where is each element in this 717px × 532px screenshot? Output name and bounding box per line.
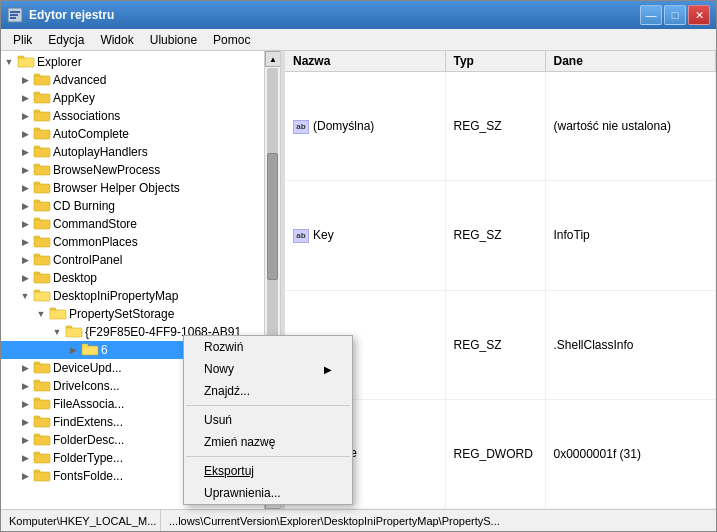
svg-rect-45 xyxy=(34,418,50,427)
reg-data-cell: InfoTip xyxy=(545,181,716,290)
folder-icon xyxy=(17,54,35,70)
registry-icon xyxy=(7,7,23,23)
tree-item-label: 6 xyxy=(101,343,108,357)
folder-icon xyxy=(33,126,51,142)
folder-icon xyxy=(33,252,51,268)
tree-expand-button[interactable]: ▼ xyxy=(17,288,33,304)
tree-expand-button[interactable]: ▶ xyxy=(17,144,33,160)
tree-expand-button[interactable]: ▼ xyxy=(1,54,17,70)
context-menu-item-zmie--nazw-[interactable]: Zmień nazwę xyxy=(184,431,352,453)
folder-icon xyxy=(33,90,51,106)
svg-rect-7 xyxy=(34,76,50,85)
maximize-button[interactable]: □ xyxy=(664,5,686,25)
context-menu-item-rozwi-[interactable]: Rozwiń xyxy=(184,336,352,358)
context-menu-item-usu-[interactable]: Usuń xyxy=(184,409,352,431)
folder-icon xyxy=(33,414,51,430)
reg-name-cell: ab(Domyślna) xyxy=(285,72,445,181)
tree-item[interactable]: ▶Associations xyxy=(1,107,280,125)
tree-expand-button[interactable]: ▶ xyxy=(17,432,33,448)
folder-icon xyxy=(65,324,83,340)
context-menu-label: Usuń xyxy=(204,413,232,427)
tree-expand-button[interactable]: ▶ xyxy=(17,468,33,484)
menu-pomoc[interactable]: Pomoc xyxy=(205,31,258,49)
tree-item-label: Advanced xyxy=(53,73,106,87)
tree-item[interactable]: ▶CD Burning xyxy=(1,197,280,215)
svg-rect-11 xyxy=(34,112,50,121)
tree-expand-button[interactable]: ▶ xyxy=(17,180,33,196)
ab-icon: ab xyxy=(293,229,309,243)
svg-rect-39 xyxy=(34,364,50,373)
tree-expand-button[interactable]: ▶ xyxy=(17,252,33,268)
folder-icon xyxy=(33,270,51,286)
tree-expand-button[interactable]: ▶ xyxy=(17,378,33,394)
svg-rect-25 xyxy=(34,238,50,247)
submenu-arrow-icon: ▶ xyxy=(324,364,332,375)
tree-expand-button[interactable]: ▶ xyxy=(17,90,33,106)
tree-expand-button[interactable]: ▼ xyxy=(33,306,49,322)
tree-item[interactable]: ▶ControlPanel xyxy=(1,251,280,269)
reg-type-cell: REG_SZ xyxy=(445,181,545,290)
tree-item[interactable]: ▶BrowseNewProcess xyxy=(1,161,280,179)
tree-item[interactable]: ▶Desktop xyxy=(1,269,280,287)
tree-item[interactable]: ▼PropertySetStorage xyxy=(1,305,280,323)
context-menu-item-uprawnienia---[interactable]: Uprawnienia... xyxy=(184,482,352,504)
menu-ulubione[interactable]: Ulubione xyxy=(142,31,205,49)
svg-rect-2 xyxy=(10,14,18,16)
tree-expand-button[interactable]: ▶ xyxy=(17,234,33,250)
tree-expand-button[interactable]: ▶ xyxy=(17,396,33,412)
tree-item-label: AutoComplete xyxy=(53,127,129,141)
col-dane: Dane xyxy=(545,51,716,72)
tree-expand-button[interactable]: ▶ xyxy=(17,216,33,232)
tree-expand-button[interactable]: ▶ xyxy=(17,270,33,286)
menu-edycja[interactable]: Edycja xyxy=(40,31,92,49)
context-menu-item-eksportuj[interactable]: Eksportuj xyxy=(184,460,352,482)
svg-rect-31 xyxy=(34,292,50,301)
reg-type-cell: REG_SZ xyxy=(445,72,545,181)
folder-icon xyxy=(33,198,51,214)
menu-plik[interactable]: Plik xyxy=(5,31,40,49)
table-row[interactable]: abKeyREG_SZInfoTip xyxy=(285,181,716,290)
tree-expand-button[interactable]: ▶ xyxy=(17,162,33,178)
tree-item[interactable]: ▼Explorer xyxy=(1,53,280,71)
tree-item[interactable]: ▶Advanced xyxy=(1,71,280,89)
svg-rect-49 xyxy=(34,454,50,463)
svg-rect-47 xyxy=(34,436,50,445)
close-button[interactable]: ✕ xyxy=(688,5,710,25)
scroll-up-button[interactable]: ▲ xyxy=(265,51,281,67)
tree-item-label: FolderDesc... xyxy=(53,433,124,447)
tree-item-label: DeviceUpd... xyxy=(53,361,122,375)
tree-expand-button[interactable]: ▶ xyxy=(17,72,33,88)
tree-item[interactable]: ▶CommonPlaces xyxy=(1,233,280,251)
tree-item-label: DesktopIniPropertyMap xyxy=(53,289,178,303)
svg-rect-3 xyxy=(10,17,16,19)
folder-icon xyxy=(33,144,51,160)
scroll-thumb[interactable] xyxy=(267,153,278,280)
tree-expand-button[interactable]: ▶ xyxy=(65,342,81,358)
svg-rect-5 xyxy=(18,58,34,67)
tree-expand-button[interactable]: ▼ xyxy=(49,324,65,340)
tree-item-label: Browser Helper Objects xyxy=(53,181,180,195)
tree-item[interactable]: ▶AutoplayHandlers xyxy=(1,143,280,161)
tree-item[interactable]: ▼DesktopIniPropertyMap xyxy=(1,287,280,305)
tree-item[interactable]: ▶AppKey xyxy=(1,89,280,107)
reg-type-cell: REG_SZ xyxy=(445,290,545,399)
tree-item[interactable]: ▶Browser Helper Objects xyxy=(1,179,280,197)
tree-expand-button[interactable]: ▶ xyxy=(17,414,33,430)
tree-item-label: ControlPanel xyxy=(53,253,122,267)
tree-expand-button[interactable]: ▶ xyxy=(17,360,33,376)
svg-rect-41 xyxy=(34,382,50,391)
title-bar: Edytor rejestru — □ ✕ xyxy=(1,1,716,29)
minimize-button[interactable]: — xyxy=(640,5,662,25)
tree-expand-button[interactable]: ▶ xyxy=(17,450,33,466)
context-menu-item-nowy[interactable]: Nowy▶ xyxy=(184,358,352,380)
tree-item[interactable]: ▶CommandStore xyxy=(1,215,280,233)
tree-expand-button[interactable]: ▶ xyxy=(17,126,33,142)
menu-widok[interactable]: Widok xyxy=(92,31,141,49)
reg-name-cell: abKey xyxy=(285,181,445,290)
status-bar: Komputer\HKEY_LOCAL_M... ...lows\Current… xyxy=(1,509,716,531)
context-menu-item-znajd----[interactable]: Znajdź... xyxy=(184,380,352,402)
tree-item[interactable]: ▶AutoComplete xyxy=(1,125,280,143)
tree-expand-button[interactable]: ▶ xyxy=(17,108,33,124)
table-row[interactable]: ab(Domyślna)REG_SZ(wartość nie ustalona) xyxy=(285,72,716,181)
tree-expand-button[interactable]: ▶ xyxy=(17,198,33,214)
